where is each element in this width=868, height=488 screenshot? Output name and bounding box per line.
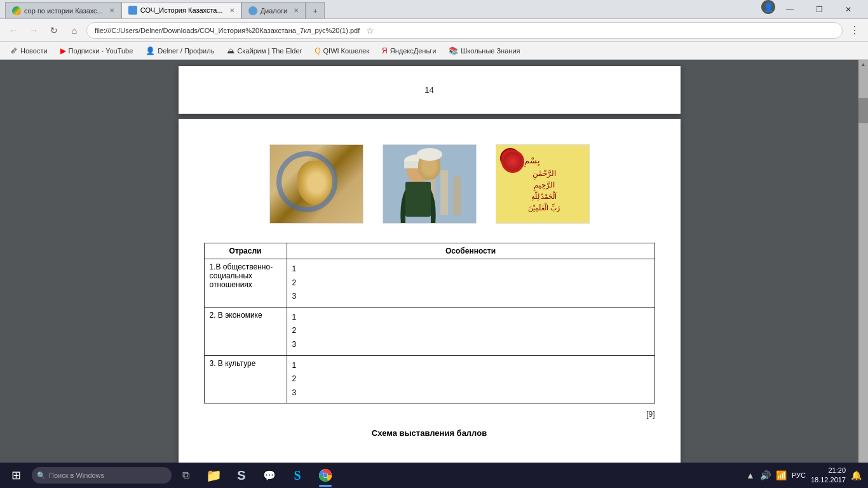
feature-3-3: 3 <box>292 388 297 397</box>
home-button[interactable]: ⌂ <box>66 22 83 39</box>
taskbar-right: ▲ 🔊 📶 РУС 21:20 18.12.2017 🔔 <box>746 466 868 485</box>
table-cell-sector-1: 1.В общественно-социальных отношениях <box>204 259 287 308</box>
feature-3-2: 2 <box>292 374 297 383</box>
url-bar[interactable]: file:///C:/Users/Delner/Downloads/СОЧ_Ис… <box>86 22 843 39</box>
bookmark-news-icon: 🗞 <box>10 46 18 55</box>
skype-icon: S <box>294 468 301 483</box>
tab-1[interactable]: сор по истории Казахс... ✕ <box>5 2 121 18</box>
bookmark-delner[interactable]: 👤 Delner / Профиль <box>140 44 219 58</box>
taskbar-discord[interactable]: 💬 <box>255 463 283 488</box>
bookmark-news-label: Новости <box>20 47 48 55</box>
close-button[interactable]: ✕ <box>834 0 863 19</box>
system-clock[interactable]: 21:20 18.12.2017 <box>811 466 846 485</box>
chrome-icon <box>318 468 332 482</box>
tab-label-1: сор по истории Казахс... <box>24 7 103 15</box>
reload-button[interactable]: ↻ <box>46 22 62 39</box>
bookmark-qiwi-label: QIWI Кошелек <box>323 47 370 55</box>
bookmark-delner-label: Delner / Профиль <box>158 47 214 55</box>
score-note: [9] <box>204 410 655 419</box>
table-row-3: 3. В культуре 1 2 3 <box>204 355 654 403</box>
taskbar-explorer[interactable]: 📁 <box>200 463 227 488</box>
language-indicator[interactable]: РУС <box>792 471 806 479</box>
user-icon: 👤 <box>763 2 774 12</box>
taskbar-search-icon: 🔍 <box>37 471 46 480</box>
pdf-image-calligraphy: بِسْمِ اللهِ الرَّحْمٰنِ الرَّحِيمِ اَلْ… <box>496 144 590 224</box>
new-tab-button[interactable]: + <box>306 2 325 18</box>
tab-label-3: Диалоги <box>261 7 288 15</box>
section-heading: Схема выставления баллов <box>204 428 655 438</box>
user-avatar[interactable]: 👤 <box>761 0 775 14</box>
taskbar-chrome[interactable] <box>311 463 339 488</box>
svg-rect-7 <box>405 182 431 217</box>
taskbar-skype[interactable]: S <box>283 463 311 488</box>
tab-2[interactable]: СОЧ_История Казахста... ✕ <box>121 2 241 18</box>
clock-date: 18.12.2017 <box>811 475 846 485</box>
tray-network-wifi-icon[interactable]: 📶 <box>776 470 787 480</box>
svg-rect-1 <box>440 170 448 215</box>
bookmark-skyrim-icon: ⛰ <box>227 46 234 55</box>
bookmark-school-icon: 📚 <box>449 46 458 55</box>
pdf-scrollbar[interactable]: ▲ ▼ <box>858 60 868 488</box>
bookmark-delner-icon: 👤 <box>146 46 155 55</box>
url-text: file:///C:/Users/Delner/Downloads/СОЧ_Ис… <box>95 27 360 34</box>
table-row-2: 2. В экономике 1 2 3 <box>204 307 654 355</box>
explorer-icon: 📁 <box>206 468 222 483</box>
table-cell-features-1: 1 2 3 <box>287 259 654 308</box>
table-cell-sector-3: 3. В культуре <box>204 355 287 403</box>
feature-2-2: 2 <box>292 326 297 335</box>
pdf-viewer-main: 14 <box>0 60 868 488</box>
titlebar: сор по истории Казахс... ✕ СОЧ_История К… <box>0 0 868 19</box>
steam-icon: S <box>237 468 245 483</box>
tab-favicon-3 <box>248 6 257 15</box>
bookmark-youtube[interactable]: ▶ Подписки - YouTube <box>55 44 139 58</box>
start-button[interactable]: ⊞ <box>0 463 32 488</box>
pdf-image-scholar <box>383 144 477 224</box>
scroll-up-arrow[interactable]: ▲ <box>858 60 868 69</box>
table-header-features: Особенности <box>287 243 654 259</box>
svg-text:رَبِّ الْعٰلَمِيْنَ: رَبِّ الْعٰلَمِيْنَ <box>528 203 560 212</box>
tray-sound-icon[interactable]: 🔊 <box>760 470 771 480</box>
table-cell-sector-2: 2. В экономике <box>204 307 287 355</box>
feature-1-2: 2 <box>292 278 297 287</box>
tab-label-2: СОЧ_История Казахста... <box>140 6 223 14</box>
bookmark-yandex[interactable]: Я ЯндексДеньги <box>377 44 441 58</box>
svg-text:اَلْحَمْدُ لِلّٰهِ: اَلْحَمْدُ لِلّٰهِ <box>531 191 557 201</box>
svg-rect-6 <box>404 161 432 168</box>
bookmark-star[interactable]: ☆ <box>363 24 376 37</box>
minimize-button[interactable]: — <box>775 0 804 19</box>
tray-network-icon[interactable]: ▲ <box>746 470 755 480</box>
taskbar-search[interactable]: 🔍 Поиск в Windows <box>32 467 172 484</box>
back-button[interactable]: ← <box>5 22 22 39</box>
table-header-sector: Отрасли <box>204 243 287 259</box>
scroll-thumb[interactable] <box>858 98 868 123</box>
tab-close-3[interactable]: ✕ <box>294 7 299 14</box>
taskbar-task-view[interactable]: ⧉ <box>172 463 200 488</box>
svg-point-9 <box>501 149 520 168</box>
bookmark-youtube-icon: ▶ <box>60 46 66 55</box>
bookmark-news[interactable]: 🗞 Новости <box>5 44 53 58</box>
tab-3[interactable]: Диалоги ✕ <box>241 2 306 18</box>
clock-time: 21:20 <box>811 466 846 475</box>
maximize-button[interactable]: ❐ <box>804 0 834 19</box>
pdf-table: Отрасли Особенности 1.В общественно-соци… <box>204 243 655 403</box>
table-cell-features-2: 1 2 3 <box>287 307 654 355</box>
tab-close-1[interactable]: ✕ <box>109 7 114 14</box>
pdf-images-row: بِسْمِ اللهِ الرَّحْمٰنِ الرَّحِيمِ اَلْ… <box>204 144 655 224</box>
bookmark-youtube-label: Подписки - YouTube <box>69 47 133 55</box>
bookmark-skyrim[interactable]: ⛰ Скайрим | The Elder <box>222 44 307 58</box>
feature-2-1: 1 <box>292 313 297 322</box>
feature-1-3: 3 <box>292 292 297 301</box>
address-bar: ← → ↻ ⌂ file:///C:/Users/Delner/Download… <box>0 19 868 42</box>
window-controls: 👤 — ❐ ✕ <box>761 0 863 19</box>
bookmark-qiwi[interactable]: Q QIWI Кошелек <box>309 44 374 58</box>
svg-point-10 <box>505 153 515 163</box>
forward-button[interactable]: → <box>25 22 42 39</box>
bookmark-school[interactable]: 📚 Школьные Знания <box>444 44 525 58</box>
tab-close-2[interactable]: ✕ <box>229 7 234 14</box>
pdf-area[interactable]: 14 <box>0 60 858 488</box>
notification-button[interactable]: 🔔 <box>851 470 862 480</box>
taskbar-steam[interactable]: S <box>227 463 255 488</box>
page-number-top: 14 <box>424 85 433 95</box>
chrome-menu-button[interactable]: ⋮ <box>846 22 863 39</box>
pdf-page-top-partial: 14 <box>179 66 681 114</box>
